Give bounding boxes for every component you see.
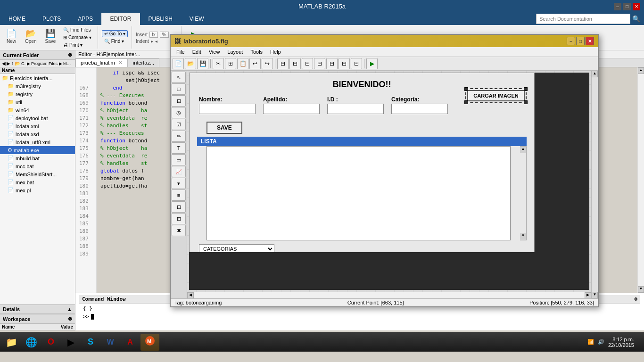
- cmd-window-options[interactable]: ⊗: [634, 296, 637, 302]
- cargar-imagen-btn[interactable]: CARGAR IMAGEN: [467, 90, 525, 101]
- restore-btn[interactable]: □: [623, 3, 631, 10]
- list-item[interactable]: 📄 mbuild.bat: [0, 154, 75, 162]
- taskbar-file-explorer[interactable]: 📁: [2, 334, 21, 351]
- tab-editor[interactable]: EDITOR: [101, 13, 140, 25]
- open-button[interactable]: 📂 Open: [22, 26, 40, 49]
- goto-btn[interactable]: ↵ Go To ▾: [102, 30, 128, 37]
- guide-tb-table[interactable]: ⊞: [172, 213, 186, 224]
- search-documentation-input[interactable]: [536, 14, 630, 24]
- guide-tool-copy[interactable]: ⊞: [225, 58, 236, 69]
- list-item[interactable]: 📄 deploytool.bat: [0, 114, 75, 122]
- tab-apps[interactable]: APPS: [69, 13, 101, 25]
- editor-scroll-up[interactable]: ▲: [638, 67, 644, 74]
- nav-back-icon[interactable]: ◀: [2, 61, 6, 66]
- folder-options-icon[interactable]: ⊗: [68, 52, 72, 58]
- guide-tool-ungroup[interactable]: ⊟: [326, 58, 338, 69]
- id-input[interactable]: [327, 104, 384, 114]
- guide-tb-toggle[interactable]: ⊡: [172, 201, 186, 213]
- tab-view[interactable]: VIEW: [181, 13, 213, 25]
- workspace-toggle-icon[interactable]: ⊗: [68, 316, 72, 322]
- details-toggle-icon[interactable]: ▲: [67, 306, 72, 312]
- tab-publish[interactable]: PUBLISH: [140, 13, 181, 25]
- editor-scroll-down[interactable]: ▼: [638, 286, 644, 293]
- guide-tb-cursor[interactable]: ↖: [172, 72, 186, 83]
- guide-tb-axes[interactable]: 📈: [172, 166, 186, 177]
- list-item[interactable]: 📄 mcc.bat: [0, 162, 75, 170]
- list-item[interactable]: ⚙ matlab.exe: [0, 146, 75, 154]
- guide-tool-redo[interactable]: ↪: [262, 58, 273, 69]
- tab-plots[interactable]: PLOTS: [34, 13, 69, 25]
- guide-menu-file[interactable]: File: [173, 48, 189, 56]
- lista-listbox[interactable]: [206, 146, 511, 240]
- guide-tool-send-back[interactable]: ⊟: [351, 58, 362, 69]
- indent-less-btn[interactable]: ◂: [155, 39, 157, 44]
- taskbar-matlab[interactable]: M: [140, 334, 159, 351]
- guide-tool-align[interactable]: ⊟: [277, 58, 289, 69]
- file-tree-folder-item[interactable]: 📁 m3iregistry: [0, 82, 75, 90]
- file-tree-folder-item[interactable]: 📁 util: [0, 98, 75, 106]
- canvas-vscrollbar[interactable]: ▲ ▼: [591, 71, 598, 298]
- taskbar-skype[interactable]: S: [81, 334, 100, 351]
- new-button[interactable]: 📄 New: [3, 26, 20, 49]
- lista-scroll-down[interactable]: ▼: [520, 233, 526, 240]
- guide-menu-tools[interactable]: Tools: [247, 48, 266, 56]
- guide-tb-checkbox[interactable]: ☑: [172, 119, 186, 130]
- guide-tb-radiobutton[interactable]: ◎: [172, 107, 186, 118]
- tab-close-1[interactable]: ✕: [118, 60, 123, 66]
- list-item[interactable]: 📄 mex.bat: [0, 178, 75, 186]
- guide-menu-help[interactable]: Help: [266, 48, 285, 56]
- taskbar-chrome[interactable]: 🌐: [22, 334, 41, 351]
- canvas-hscrollbar[interactable]: ◀ ▶: [187, 292, 591, 298]
- guide-tool-bring-front[interactable]: ⊟: [339, 58, 350, 69]
- guide-tool-distribute[interactable]: ⊟: [289, 58, 301, 69]
- guide-menu-view[interactable]: View: [205, 48, 224, 56]
- print-btn[interactable]: 🖨 Print ▾: [61, 41, 94, 49]
- editor-tab-1[interactable]: prueba_final.m ✕: [75, 58, 128, 67]
- taskbar-acrobat[interactable]: A: [121, 334, 140, 351]
- percent-btn[interactable]: %: [160, 32, 169, 38]
- vscroll-down[interactable]: ▼: [592, 292, 598, 298]
- guide-tb-listbox[interactable]: ≡: [172, 189, 186, 201]
- list-item[interactable]: 📄 lcdata_utf8.xml: [0, 138, 75, 146]
- guide-canvas[interactable]: BIENVENIDO!! Nombre: Apellido:: [187, 71, 591, 292]
- guide-tb-edit[interactable]: ✏: [172, 131, 186, 142]
- vscroll-up[interactable]: ▲: [592, 71, 598, 77]
- categoria-input[interactable]: [391, 104, 448, 114]
- find-btn[interactable]: 🔍 Find ▾: [102, 38, 128, 45]
- guide-tool-cut[interactable]: ✂: [213, 58, 224, 69]
- nombre-input[interactable]: [199, 104, 256, 114]
- guide-tool-open[interactable]: 📂: [185, 58, 196, 69]
- guide-tool-resize[interactable]: ⊟: [302, 58, 313, 69]
- fx-btn[interactable]: fx: [149, 32, 158, 38]
- guide-tool-group[interactable]: ⊟: [314, 58, 325, 69]
- cmd-cursor[interactable]: [91, 314, 94, 320]
- file-tree-folder-item[interactable]: 📁 Ejercicios Interfa...: [0, 74, 75, 82]
- file-tree-folder-item[interactable]: 📁 registry: [0, 90, 75, 98]
- form-save-btn[interactable]: SAVE: [206, 122, 242, 134]
- editor-tab-2[interactable]: interfaz...: [128, 58, 159, 67]
- apellido-input[interactable]: [263, 104, 320, 114]
- folder-browse-icon[interactable]: 📂: [15, 61, 20, 66]
- guide-menu-layout[interactable]: Layout: [223, 48, 247, 56]
- compare-btn[interactable]: ⊞ Compare ▾: [61, 34, 94, 41]
- list-item[interactable]: 📄 mex.pl: [0, 186, 75, 194]
- minimize-btn[interactable]: –: [614, 3, 621, 10]
- search-icon[interactable]: 🔍: [632, 15, 640, 23]
- list-item[interactable]: 📄 MemShieldStart...: [0, 170, 75, 178]
- guide-close-btn[interactable]: ✕: [586, 37, 594, 45]
- guide-tb-frame[interactable]: ▭: [172, 154, 186, 165]
- list-item[interactable]: 📄 lcdata.xml: [0, 122, 75, 130]
- save-button[interactable]: 💾 Save: [41, 26, 59, 49]
- taskbar-media[interactable]: ▶: [61, 334, 80, 351]
- guide-maximize-btn[interactable]: □: [576, 37, 585, 45]
- find-files-btn[interactable]: 🔍 Find Files: [61, 26, 94, 33]
- guide-tool-paste[interactable]: 📋: [237, 58, 248, 69]
- lista-scroll-up[interactable]: ▲: [520, 147, 526, 153]
- guide-tb-slider[interactable]: ⊟: [172, 95, 186, 107]
- guide-menu-edit[interactable]: Edit: [189, 48, 205, 56]
- indent-more-btn[interactable]: ▸: [151, 39, 153, 44]
- hscroll-right[interactable]: ▶: [585, 292, 591, 299]
- guide-tool-run[interactable]: ▶: [366, 58, 378, 69]
- guide-tb-popup[interactable]: ▾: [172, 178, 186, 189]
- guide-tool-save[interactable]: 💾: [197, 58, 208, 69]
